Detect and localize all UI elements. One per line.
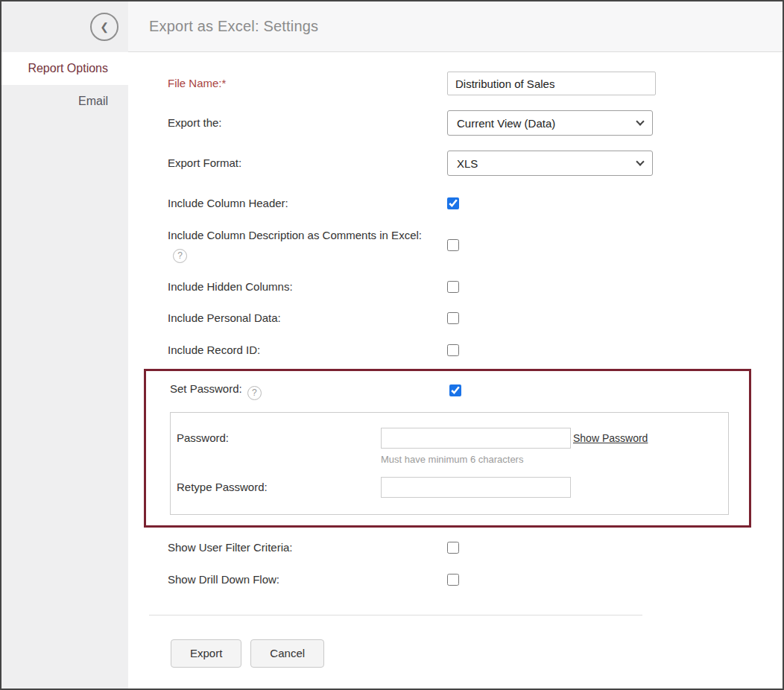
password-fields-box: Password: Must have minimum 6 characters…	[170, 412, 729, 515]
include-personal-data-checkbox[interactable]	[447, 312, 459, 324]
export-format-select[interactable]: XLS	[447, 151, 653, 176]
include-personal-data-label: Include Personal Data:	[168, 310, 447, 326]
help-icon[interactable]: ?	[173, 249, 187, 263]
set-password-label: Set Password:?	[170, 381, 449, 400]
sidebar: ❮ Report Options Email	[1, 1, 128, 689]
chevron-down-icon	[636, 157, 644, 165]
file-name-input[interactable]	[447, 72, 656, 95]
include-column-header-checkbox[interactable]	[447, 197, 459, 209]
cancel-button[interactable]: Cancel	[250, 639, 324, 668]
sidebar-item-email[interactable]: Email	[1, 85, 128, 118]
include-column-description-row: Include Column Description as Comments i…	[168, 227, 783, 263]
export-format-selected-value: XLS	[457, 157, 478, 170]
chevron-left-icon: ❮	[100, 21, 109, 33]
file-name-row: File Name:*	[168, 72, 783, 95]
sidebar-item-report-options[interactable]: Report Options	[1, 52, 128, 85]
show-drill-down-flow-row: Show Drill Down Flow:	[168, 572, 783, 588]
include-column-header-row: Include Column Header:	[168, 195, 783, 212]
include-personal-data-row: Include Personal Data:	[168, 310, 783, 326]
retype-password-label: Retype Password:	[177, 477, 381, 493]
include-record-id-row: Include Record ID:	[168, 342, 783, 358]
help-icon[interactable]: ?	[247, 386, 262, 400]
export-view-row: Export the: Current View (Data)	[168, 110, 783, 136]
password-field-group: Must have minimum 6 characters	[381, 428, 571, 465]
password-section-annotation: Set Password:? Password: Must have minim…	[144, 369, 751, 528]
export-view-label: Export the:	[168, 115, 447, 131]
main-panel: Export as Excel: Settings File Name:* Ex…	[128, 1, 783, 689]
export-view-select[interactable]: Current View (Data)	[447, 110, 653, 136]
show-user-filter-criteria-row: Show User Filter Criteria:	[168, 539, 783, 556]
set-password-row: Set Password:?	[170, 381, 734, 400]
show-password-link[interactable]: Show Password	[573, 428, 648, 444]
set-password-checkbox[interactable]	[449, 384, 461, 396]
export-settings-window: ❮ Report Options Email Export as Excel: …	[0, 0, 784, 690]
show-user-filter-criteria-label: Show User Filter Criteria:	[168, 539, 447, 556]
show-user-filter-criteria-checkbox[interactable]	[447, 542, 459, 554]
password-input[interactable]	[381, 428, 571, 449]
export-format-label: Export Format:	[168, 155, 447, 171]
divider	[149, 615, 642, 615]
show-drill-down-flow-label: Show Drill Down Flow:	[168, 572, 447, 588]
footer-buttons: Export Cancel	[168, 639, 783, 668]
password-label: Password:	[177, 428, 381, 444]
include-column-description-label: Include Column Description as Comments i…	[168, 227, 447, 263]
file-name-label: File Name:*	[168, 75, 447, 92]
include-column-header-label: Include Column Header:	[168, 195, 447, 212]
show-drill-down-flow-checkbox[interactable]	[447, 574, 459, 586]
password-row: Password: Must have minimum 6 characters…	[177, 428, 728, 465]
settings-form: File Name:* Export the: Current View (Da…	[128, 52, 783, 689]
header: Export as Excel: Settings	[128, 1, 783, 52]
retype-password-row: Retype Password:	[177, 477, 728, 498]
back-button-area: ❮	[1, 1, 128, 52]
include-hidden-columns-checkbox[interactable]	[447, 281, 459, 293]
chevron-down-icon	[636, 117, 644, 125]
retype-password-input[interactable]	[381, 477, 571, 498]
page-title: Export as Excel: Settings	[149, 18, 318, 35]
include-hidden-columns-label: Include Hidden Columns:	[168, 279, 447, 295]
export-button[interactable]: Export	[171, 639, 241, 668]
sidebar-nav: Report Options Email	[1, 52, 128, 118]
export-format-row: Export Format: XLS	[168, 151, 783, 176]
export-view-selected-value: Current View (Data)	[457, 117, 555, 130]
include-column-description-checkbox[interactable]	[447, 239, 459, 251]
back-button[interactable]: ❮	[90, 13, 118, 41]
password-hint: Must have minimum 6 characters	[381, 454, 571, 465]
include-record-id-label: Include Record ID:	[168, 342, 447, 358]
include-hidden-columns-row: Include Hidden Columns:	[168, 279, 783, 295]
include-record-id-checkbox[interactable]	[447, 344, 459, 356]
